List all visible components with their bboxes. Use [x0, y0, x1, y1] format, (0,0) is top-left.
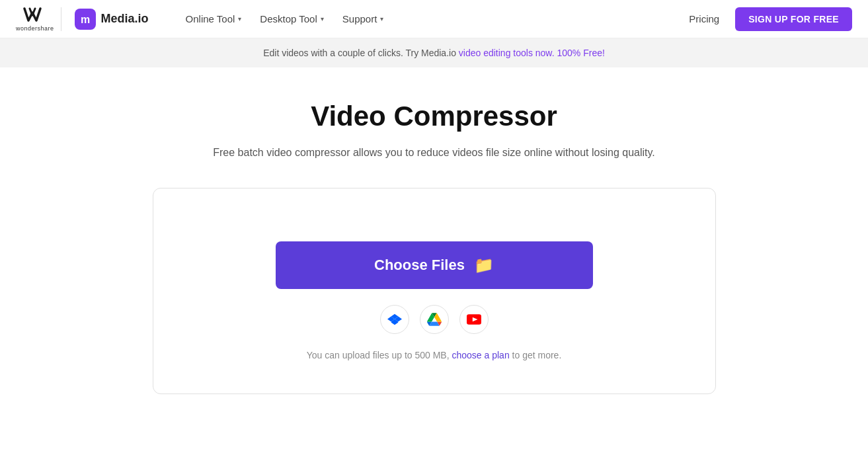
youtube-icon: [467, 313, 481, 325]
youtube-button[interactable]: [459, 305, 489, 334]
page-subtitle: Free batch video compressor allows you t…: [153, 144, 716, 161]
support-chevron-icon: ▾: [380, 15, 383, 22]
nav-right: Pricing SIGN UP FOR FREE: [689, 7, 852, 31]
promo-banner: Edit videos with a couple of clicks. Try…: [0, 38, 868, 67]
nav-divider: [61, 7, 61, 31]
svg-text:m: m: [80, 14, 89, 25]
page-title: Video Compressor: [153, 101, 716, 132]
nav-links: Online Tool ▾ Desktop Tool ▾ Support ▾: [178, 8, 392, 30]
signup-button[interactable]: SIGN UP FOR FREE: [735, 7, 852, 31]
choose-files-button[interactable]: Choose Files 📁: [276, 241, 593, 289]
main-content: Video Compressor Free batch video compre…: [137, 67, 732, 421]
cloud-icons: [380, 305, 489, 334]
google-drive-icon: [427, 312, 442, 327]
upload-area: Choose Files 📁: [153, 188, 716, 394]
upload-note: You can upload files up to 500 MB, choos…: [307, 350, 562, 360]
folder-icon: 📁: [474, 256, 494, 274]
wondershare-icon: [22, 6, 48, 24]
pricing-link[interactable]: Pricing: [689, 13, 719, 24]
wondershare-text: wondershare: [16, 25, 54, 32]
online-tool-chevron-icon: ▾: [238, 15, 241, 22]
support-menu[interactable]: Support ▾: [335, 8, 392, 30]
desktop-tool-menu[interactable]: Desktop Tool ▾: [252, 8, 331, 30]
choose-plan-link[interactable]: choose a plan: [452, 350, 509, 360]
nav-brand: wondershare m Media.io: [16, 6, 149, 32]
mediaio-name: Media.io: [101, 12, 149, 26]
navbar: wondershare m Media.io Online Tool ▾ Des…: [0, 0, 868, 38]
dropbox-button[interactable]: [380, 305, 409, 334]
banner-text: Edit videos with a couple of clicks. Try…: [263, 48, 459, 58]
google-drive-button[interactable]: [420, 305, 449, 334]
mediaio-icon: m: [75, 9, 96, 30]
mediaio-brand: m Media.io: [75, 9, 149, 30]
online-tool-menu[interactable]: Online Tool ▾: [178, 8, 250, 30]
desktop-tool-chevron-icon: ▾: [321, 15, 324, 22]
dropbox-icon: [387, 312, 402, 327]
wondershare-logo: wondershare: [16, 6, 54, 32]
banner-link[interactable]: video editing tools now. 100% Free!: [459, 48, 605, 58]
